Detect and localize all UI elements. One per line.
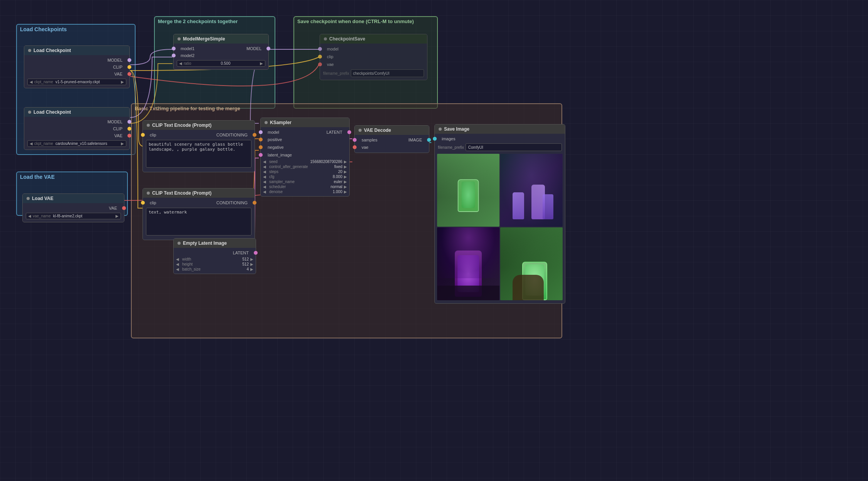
sky-1: [437, 154, 499, 197]
row-model2: model2: [174, 52, 268, 59]
node-title-clip-pos: CLIP Text Encode (Prompt): [152, 123, 211, 128]
prompt-negative-input[interactable]: text, watermark: [146, 208, 251, 235]
node-dot-merge: [178, 37, 181, 40]
node-body-merge: model1 MODEL model2 ◀ ratio 0.500 ▶: [174, 44, 268, 69]
output-row-model-1: MODEL: [24, 57, 129, 64]
param-height: ◀ height 512 ▶: [176, 262, 253, 266]
node-dot-save: [324, 37, 327, 40]
text-area-pos[interactable]: beautiful scenery nature glass bottle la…: [143, 138, 255, 170]
group-label-save: Save checkpoint when done (CTRL-M to unm…: [294, 17, 437, 26]
connector-model2-in: [172, 54, 176, 57]
connector-latent-out-empty: [254, 251, 258, 255]
node-empty-latent: Empty Latent Image LATENT ◀ width 512 ▶ …: [173, 238, 256, 274]
node-dot-empty-latent: [178, 242, 181, 245]
node-header-save-image: Save Image: [435, 124, 565, 134]
node-vae-decode: VAE Decode samples IMAGE vae: [354, 125, 429, 153]
row-vae-decode: vae: [355, 143, 429, 151]
node-title-load-checkpoint-1: Load Checkpoint: [34, 48, 71, 53]
connector-clip-in-save: [318, 55, 322, 59]
node-status-dot: [28, 49, 31, 52]
node-title-ksampler: KSampler: [270, 120, 292, 125]
connector-clip-out-1: [127, 65, 131, 69]
param-batch: ◀ batch_size 4 ▶: [176, 267, 253, 271]
param-cfg: ◀ cfg 8.000 ▶: [263, 175, 347, 179]
connector-vae-out-load: [122, 206, 126, 210]
node-header-load-checkpoint-2: Load Checkpoint: [24, 108, 129, 117]
node-dot-vae: [27, 197, 30, 200]
connector-latent-in-ksampler: [259, 153, 263, 157]
node-load-vae: Load VAE VAE ◀ vae_name kl-f8-anime2.ckp…: [22, 193, 124, 222]
row-latent-ksampler: latent_image: [261, 151, 349, 159]
image-cell-3: [437, 227, 499, 300]
param-denoise: ◀ denoise 1.000 ▶: [263, 190, 347, 194]
node-title-load-vae: Load VAE: [32, 196, 54, 201]
text-area-neg[interactable]: text, watermark: [143, 206, 255, 238]
row-model-ksampler: model LATENT: [261, 129, 349, 136]
ground-3: [437, 286, 499, 300]
node-body-empty-latent: LATENT ◀ width 512 ▶ ◀ height 512 ▶ ◀ ba…: [174, 248, 256, 274]
connector-model-out-merge: [266, 47, 270, 50]
param-sampler: ◀ sampler_name euler ▶: [263, 180, 347, 184]
node-header-model-merge: ModelMergeSimple: [174, 34, 268, 44]
node-dot-ksampler: [265, 121, 268, 124]
node-body-vae-decode: samples IMAGE vae: [355, 135, 429, 153]
row-samples-decode: samples IMAGE: [355, 136, 429, 143]
param-control: ◀ control_after_generate fixed ▶: [263, 165, 347, 169]
connector-vae-in-save: [318, 62, 322, 66]
node-dot-clip-neg: [147, 192, 150, 195]
param-width: ◀ width 512 ▶: [176, 257, 253, 261]
node-header-empty-latent: Empty Latent Image: [174, 239, 256, 248]
connector-images-in: [433, 137, 437, 141]
node-title-checkpoint-save: CheckpointSave: [329, 36, 365, 42]
connector-samples-in: [353, 138, 357, 142]
node-model-merge: ModelMergeSimple model1 MODEL model2 ◀ r…: [173, 34, 269, 70]
node-load-checkpoint-2: Load Checkpoint MODEL CLIP VAE ◀ ckpt_na…: [24, 107, 130, 150]
galaxy-glow-2: [500, 154, 563, 227]
row-images-in: images: [435, 135, 565, 142]
node-status-dot-2: [28, 111, 31, 114]
prompt-positive-input[interactable]: beautiful scenery nature glass bottle la…: [146, 140, 251, 168]
param-scheduler: ◀ scheduler normal ▶: [263, 185, 347, 189]
connector-model-in-ksampler: [259, 130, 263, 134]
output-row-clip-2: CLIP: [24, 125, 129, 132]
connector-model-out-1: [127, 58, 131, 62]
connector-clip-in-pos: [141, 133, 145, 137]
node-dot-vae-decode: [359, 129, 362, 132]
connector-negative-in: [259, 145, 263, 149]
ksampler-params: ◀ seed 156680208700286 ▶ ◀ control_after…: [261, 159, 349, 195]
nebula-3: [437, 227, 499, 278]
node-header-ksampler: KSampler: [261, 118, 349, 127]
image-cell-2: [500, 154, 563, 227]
node-header-clip-pos: CLIP Text Encode (Prompt): [143, 121, 255, 130]
param-ratio: ◀ ratio 0.500 ▶: [174, 59, 268, 68]
node-body-load-checkpoint-1: MODEL CLIP VAE ◀ ckpt_name v1-5-pruned-e…: [24, 55, 129, 88]
connector-vae-in-decode: [353, 145, 357, 149]
group-label-txt2img: Basic Txt2img pipeline for testing the m…: [132, 104, 561, 113]
node-body-load-checkpoint-2: MODEL CLIP VAE ◀ ckpt_name cardosAnime_v…: [24, 117, 129, 150]
output-row-clip-1: CLIP: [24, 64, 129, 71]
param-filename-save: filename_prefix checkpoints/ComfyUI: [320, 68, 427, 78]
node-title-save-image: Save Image: [444, 126, 469, 132]
node-body-save-image: images filename_prefix ComfyUI: [435, 134, 565, 303]
node-body-clip-pos: clip CONDITIONING beautiful scenery natu…: [143, 130, 255, 172]
param-steps: ◀ steps 20 ▶: [263, 170, 347, 174]
hand-4: [513, 275, 544, 300]
node-title-load-checkpoint-2: Load Checkpoint: [34, 109, 71, 115]
trees-4: [500, 227, 563, 267]
node-body-vae: VAE ◀ vae_name kl-f8-anime2.ckpt ▶: [23, 203, 124, 222]
image-cell-1: [437, 154, 499, 227]
node-body-ksampler: model LATENT positive negative latent_im…: [261, 127, 349, 196]
output-row-model-2: MODEL: [24, 118, 129, 125]
node-load-checkpoint-1: Load Checkpoint MODEL CLIP VAE ◀ ckpt_na…: [24, 45, 130, 88]
row-vae-in: vae: [320, 61, 427, 68]
output-row-vae-2: VAE: [24, 132, 129, 139]
node-title-clip-neg: CLIP Text Encode (Prompt): [152, 190, 211, 196]
node-save-image: Save Image images filename_prefix ComfyU…: [434, 124, 565, 304]
param-ckpt-2: ◀ ckpt_name cardosAnime_v10.safetensors …: [24, 139, 129, 148]
param-ckpt-1: ◀ ckpt_name v1-5-pruned-emaonly.ckpt ▶: [24, 77, 129, 86]
connector-conditioning-out-pos: [253, 133, 256, 137]
group-label-merge: Merge the 2 checkpoints together: [155, 17, 275, 26]
connector-image-out-decode: [427, 138, 431, 142]
node-clip-text-encode-pos: CLIP Text Encode (Prompt) clip CONDITION…: [142, 120, 255, 172]
group-label-load-checkpoints: Load Checkpoints: [17, 25, 135, 34]
